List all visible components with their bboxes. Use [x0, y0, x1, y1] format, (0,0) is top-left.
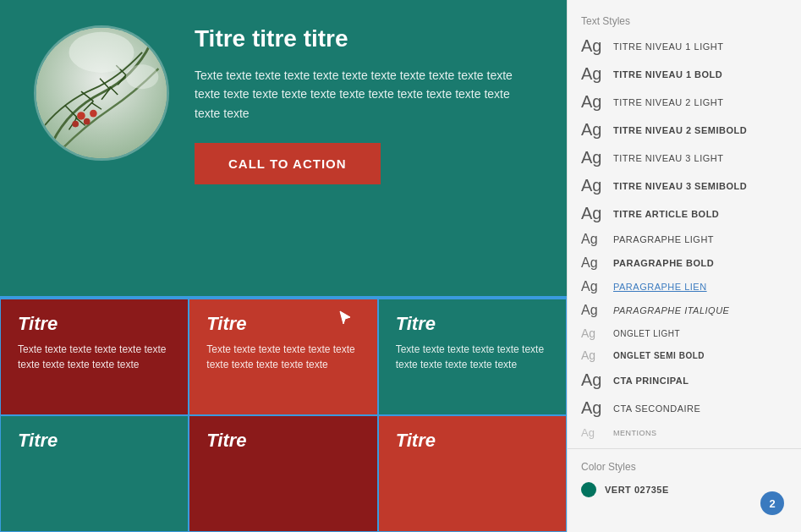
style-item-onglet-semi[interactable]: Ag ONGLET SEMI BOLD [568, 344, 801, 366]
grid-section: Titre Texte texte texte texte texte text… [0, 296, 567, 532]
style-label: TITRE NIVEAU 3 SEMIBOLD [613, 181, 747, 191]
ag-sample-icon: Ag [581, 176, 605, 195]
ag-sample-icon: Ag [581, 36, 605, 56]
cta-button[interactable]: CALL TO ACTION [195, 143, 381, 184]
hero-section: Titre titre titre Texte texte texte text… [0, 0, 567, 296]
notification-badge[interactable]: 2 [760, 491, 784, 515]
style-item-para-light[interactable]: Ag PARAGRAPHE LIGHT [568, 228, 801, 251]
style-label: MENTIONS [613, 429, 657, 437]
style-label: CTA SECONDAIRE [613, 403, 700, 414]
style-label: ONGLET LIGHT [613, 329, 680, 338]
ag-sample-icon: Ag [581, 398, 605, 418]
grid-cell-1-title: Titre [18, 313, 171, 335]
style-label: TITRE NIVEAU 2 LIGHT [613, 97, 723, 107]
grid-cell-5: Titre [189, 415, 377, 532]
style-item-cta-principal[interactable]: Ag CTA PRINCIPAL [568, 366, 801, 394]
style-label: ONGLET SEMI BOLD [613, 351, 705, 360]
ag-sample-icon: Ag [581, 64, 605, 84]
style-label: PARAGRAPHE BOLD [613, 258, 714, 268]
ag-sample-icon: Ag [581, 255, 605, 271]
style-item-niveau1-light[interactable]: Ag TITRE NIVEAU 1 LIGHT [568, 32, 801, 60]
ag-sample-icon: Ag [581, 279, 605, 294]
style-label: PARAGRAPHE LIGHT [613, 234, 714, 244]
main-panel: Titre titre titre Texte texte texte text… [0, 0, 567, 532]
style-item-mentions[interactable]: Ag MENTIONS [568, 422, 801, 443]
style-item-niveau3-semibold[interactable]: Ag TITRE NIVEAU 3 SEMIBOLD [568, 172, 801, 200]
style-item-niveau2-semibold[interactable]: Ag TITRE NIVEAU 2 SEMIBOLD [568, 116, 801, 144]
ag-sample-icon: Ag [581, 204, 605, 223]
hero-title: Titre titre titre [195, 25, 533, 52]
style-item-article-bold[interactable]: Ag TITRE ARTICLE BOLD [568, 200, 801, 228]
style-item-para-bold[interactable]: Ag PARAGRAPHE BOLD [568, 251, 801, 275]
ag-sample-icon: Ag [581, 303, 605, 318]
grid-cell-1-body: Texte texte texte texte texte texte text… [18, 342, 171, 372]
grid-cell-2: Titre Texte texte texte texte texte text… [189, 299, 377, 415]
style-label: TITRE NIVEAU 1 LIGHT [613, 41, 723, 52]
svg-point-14 [84, 118, 91, 125]
style-item-onglet-light[interactable]: Ag ONGLET LIGHT [568, 322, 801, 344]
right-panel: Text Styles Ag TITRE NIVEAU 1 LIGHT Ag T… [567, 0, 801, 532]
style-label: TITRE NIVEAU 2 SEMIBOLD [613, 125, 747, 135]
ag-sample-icon: Ag [581, 370, 605, 390]
style-item-para-italic[interactable]: Ag PARAGRAPHE ITALIQUE [568, 299, 801, 322]
color-label-vert: VERT 02735E [605, 485, 669, 495]
svg-point-13 [77, 112, 85, 120]
style-label: TITRE ARTICLE BOLD [613, 209, 719, 219]
cursor-icon [338, 310, 352, 331]
grid-cell-3-title: Titre [396, 313, 549, 335]
grid-cell-4: Titre [0, 415, 189, 532]
grid-cell-5-title: Titre [206, 430, 359, 452]
hero-text-block: Titre titre titre Texte texte texte text… [195, 25, 533, 184]
hero-body: Texte texte texte texte texte texte text… [195, 66, 533, 123]
grid-cell-2-title: Titre [206, 313, 359, 335]
grid-cell-1: Titre Texte texte texte texte texte text… [0, 299, 189, 415]
ag-sample-icon: Ag [581, 148, 605, 167]
hero-image-placeholder [36, 28, 167, 158]
ag-sample-icon: Ag [581, 326, 605, 340]
ag-sample-icon: Ag [581, 348, 605, 362]
grid-cell-6-title: Titre [396, 430, 549, 452]
ag-sample-icon: Ag [581, 232, 605, 247]
style-item-niveau1-bold[interactable]: Ag TITRE NIVEAU 1 BOLD [568, 60, 801, 88]
svg-point-16 [72, 121, 79, 128]
grid-cell-6: Titre [378, 415, 567, 532]
ag-sample-icon: Ag [581, 92, 605, 112]
color-swatch-vert [581, 482, 596, 497]
style-label: CTA PRINCIPAL [613, 376, 689, 386]
style-item-niveau3-light[interactable]: Ag TITRE NIVEAU 3 LIGHT [568, 144, 801, 172]
svg-point-17 [69, 32, 134, 73]
svg-point-15 [90, 110, 97, 118]
style-label: TITRE NIVEAU 3 LIGHT [613, 153, 723, 163]
hero-image [34, 25, 169, 161]
style-label: TITRE NIVEAU 1 BOLD [613, 69, 722, 80]
grid-cell-3-body: Texte texte texte texte texte texte text… [396, 342, 549, 372]
style-item-niveau2-light[interactable]: Ag TITRE NIVEAU 2 LIGHT [568, 88, 801, 116]
grid-cell-2-body: Texte texte texte texte texte texte text… [206, 342, 359, 372]
ag-sample-icon: Ag [581, 120, 605, 140]
style-label: PARAGRAPHE ITALIQUE [613, 305, 729, 315]
panel-divider [568, 448, 801, 449]
svg-point-18 [126, 64, 159, 89]
style-item-para-lien[interactable]: Ag PARAGRAPHE LIEN [568, 275, 801, 299]
text-styles-heading: Text Styles [568, 8, 801, 32]
color-styles-heading: Color Styles [568, 454, 801, 478]
style-item-cta-secondaire[interactable]: Ag CTA SECONDAIRE [568, 394, 801, 422]
grid-cell-4-title: Titre [18, 430, 171, 452]
style-label: PARAGRAPHE LIEN [613, 282, 707, 292]
grid-cell-3: Titre Texte texte texte texte texte text… [378, 299, 567, 415]
ag-sample-icon: Ag [581, 426, 605, 439]
